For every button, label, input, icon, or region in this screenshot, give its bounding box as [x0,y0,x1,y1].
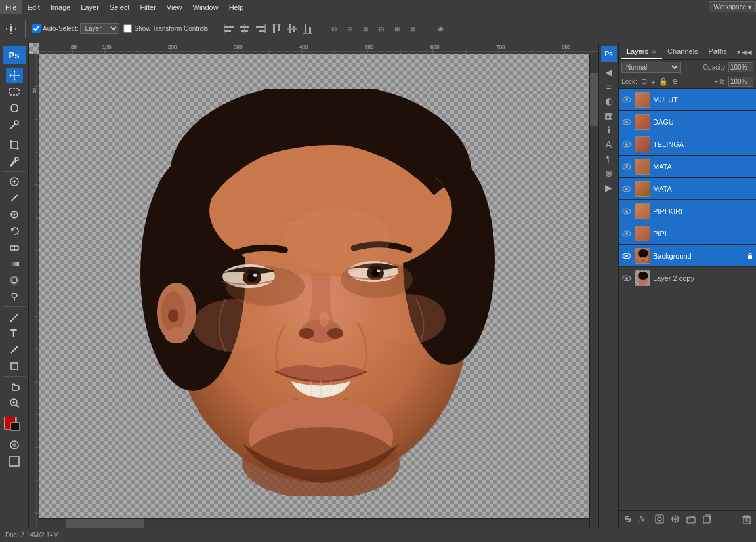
blend-mode-select[interactable]: Normal Multiply Screen Overlay [621,62,681,73]
align-vcenter-icon[interactable] [285,22,299,36]
layer-item-layer2copy[interactable]: Layer 2 copy [619,267,756,289]
nav-panel-icon[interactable]: ⊕ [604,167,614,180]
align-right-icon[interactable] [253,22,268,36]
layer-item-pipi[interactable]: PIPI [619,222,756,245]
layers-tab[interactable]: Layers ✕ [621,45,662,59]
menu-file[interactable]: File [0,0,22,14]
layer-eye-background[interactable] [621,251,632,261]
scrollbar-horizontal[interactable] [39,518,589,528]
layer-eye-mata1[interactable] [621,161,632,172]
opacity-input[interactable] [728,62,753,72]
dodge-tool-btn[interactable] [6,289,23,304]
new-layer-icon[interactable] [700,512,713,526]
adjustments-panel-icon[interactable]: ◐ [604,94,614,108]
layer-item-pipikiri[interactable]: PIPI KIRI [619,200,756,222]
layer-item-telinga[interactable]: TELINGA [619,133,756,156]
panel-toggle-btn[interactable]: ◀ [604,66,614,79]
layer-eye-telinga[interactable] [621,139,632,150]
color-swatch[interactable] [4,417,25,435]
layer-eye-mata2[interactable] [621,184,632,194]
layer-item-background[interactable]: Background [619,245,756,267]
layer-item-dagu[interactable]: DAGU [619,111,756,133]
heal-tool-btn[interactable] [6,174,23,190]
shape-tool-btn[interactable] [6,358,23,374]
layers-panel-icon[interactable]: ≡ [604,80,612,93]
dist-top-icon[interactable]: ⊟ [376,22,390,36]
hand-tool-btn[interactable] [6,379,23,394]
fx-icon[interactable]: fx [637,512,650,526]
scrollbar-vertical[interactable] [589,54,598,528]
layer-item-mata1[interactable]: MATA [619,156,756,178]
layer-thumb-mulut [635,92,650,108]
path-select-btn[interactable] [6,342,23,358]
lasso-tool-btn[interactable] [6,100,23,116]
layer-item-mata2[interactable]: MATA [619,178,756,200]
histogram-icon[interactable]: ▦ [603,109,614,122]
quick-mask-btn[interactable] [6,437,23,453]
align-center-icon[interactable] [238,22,252,36]
layer-eye-mulut[interactable] [621,94,632,105]
dist-right-icon[interactable]: ⊠ [360,22,375,36]
layer-item-mulut[interactable]: MULUT [619,89,756,111]
menu-view[interactable]: View [161,0,188,14]
eraser-tool-btn[interactable] [6,240,23,255]
dist-bottom-icon[interactable]: ⊠ [408,22,422,36]
screen-mode-btn[interactable] [6,453,23,469]
stamp-tool-btn[interactable] [6,207,23,222]
layer-eye-layer2copy[interactable] [621,273,632,283]
actions-panel-icon[interactable]: ▶ [604,181,614,194]
layers-tab-close[interactable]: ✕ [652,49,657,55]
menu-select[interactable]: Select [104,0,135,14]
brush-tool-btn[interactable] [6,190,23,206]
channels-tab[interactable]: Channels [662,45,703,59]
align-left-icon[interactable] [222,22,236,36]
auto-select-dropdown[interactable]: Layer Group [80,23,119,34]
align-top-icon[interactable] [269,22,284,36]
eyedropper-tool-btn[interactable] [6,154,23,169]
panel-collapse-btn[interactable]: ◀◀ [742,49,752,56]
lock-position-icon[interactable]: + [651,78,655,86]
type-tool-btn[interactable]: T [6,325,23,341]
history-brush-btn[interactable] [6,223,23,239]
menu-window[interactable]: Window [188,0,224,14]
menu-help[interactable]: Help [224,0,249,14]
link-layers-icon[interactable] [621,512,635,526]
lock-all-icon[interactable]: 🔒 [659,77,668,86]
gradient-tool-btn[interactable] [6,256,23,272]
layer-eye-dagu[interactable] [621,117,632,127]
dist-mid-icon[interactable]: ⊞ [392,22,406,36]
paths-tab[interactable]: Paths [704,45,732,59]
add-mask-icon[interactable] [653,512,666,526]
auto-select-checkbox[interactable] [32,24,41,33]
dist-center-icon[interactable]: ⊞ [345,22,359,36]
dist-left-icon[interactable]: ⊟ [329,22,343,36]
move-tool-btn[interactable] [6,68,23,83]
align-bottom-icon[interactable] [301,22,315,36]
menu-edit[interactable]: Edit [22,0,45,14]
info-panel-icon[interactable]: ℹ [606,123,612,136]
zoom-tool-btn[interactable] [6,395,23,411]
fill-input[interactable] [728,77,753,87]
new-group-icon[interactable] [684,512,698,526]
menu-image[interactable]: Image [45,0,76,14]
menu-layer[interactable]: Layer [75,0,104,14]
para-panel-icon[interactable]: ¶ [605,152,613,165]
char-panel-icon[interactable]: A [604,138,613,151]
blur-tool-btn[interactable] [6,272,23,288]
marquee-tool-btn[interactable] [6,84,23,100]
auto-align-icon[interactable]: ⊕ [436,22,450,36]
delete-layer-icon[interactable] [740,512,753,526]
layer-eye-pipikiri[interactable] [621,206,632,217]
wand-tool-btn[interactable] [6,117,23,133]
panel-menu-btn[interactable]: ▾ [737,49,740,56]
lock-art-icon[interactable]: ⊕ [672,77,678,86]
lock-pixels-icon[interactable]: ⊡ [641,77,647,86]
svg-point-124 [168,309,178,322]
pen-tool-btn[interactable] [6,309,23,325]
menu-filter[interactable]: Filter [135,0,161,14]
workspace-button[interactable]: Workspace ▾ [709,1,756,12]
crop-tool-btn[interactable] [6,137,23,153]
transform-controls-checkbox[interactable] [123,24,132,33]
add-adjustment-icon[interactable] [669,512,682,526]
layer-eye-pipi[interactable] [621,228,632,239]
